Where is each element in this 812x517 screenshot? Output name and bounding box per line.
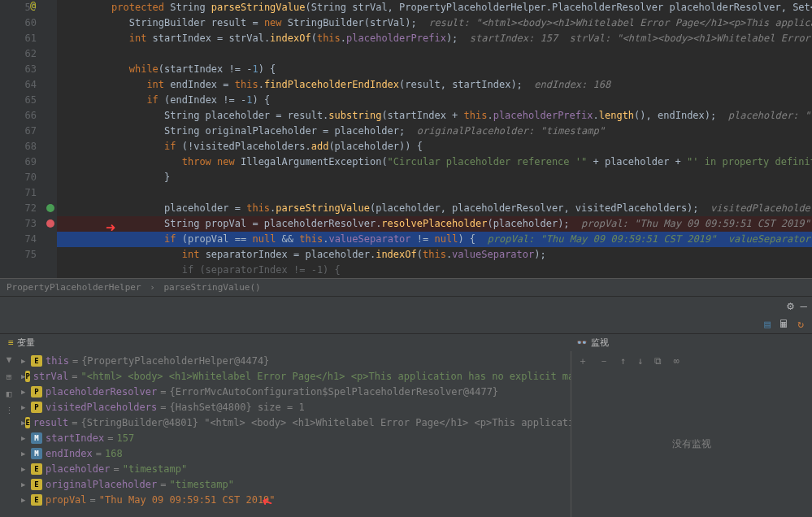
var-name: visitedPlaceholders [46, 402, 157, 413]
code-content[interactable]: protected String parseStringValue(String… [57, 0, 812, 278]
var-value: "timestamp" [170, 479, 234, 490]
variables-side-toolbar: ▼ ⊞ ◧ ⋮ [0, 351, 18, 517]
override-indicator: @ [30, 0, 36, 11]
var-type-icon: E [31, 494, 42, 506]
code-line[interactable] [57, 185, 812, 201]
expand-arrow-icon[interactable]: ▶ [21, 465, 31, 473]
expand-arrow-icon[interactable]: ▶ [21, 434, 31, 442]
code-line[interactable]: StringBuilder result = new StringBuilder… [57, 15, 812, 31]
var-value: 157 [116, 432, 134, 444]
variable-row[interactable]: ▶EoriginalPlaceholder="timestamp" [18, 476, 571, 492]
code-line[interactable]: } [57, 170, 812, 185]
run-indicator-icon[interactable] [46, 204, 54, 212]
debug-panel-header: ≡ 变量 👓 监视 [0, 333, 812, 351]
code-line[interactable]: String originalPlaceholder = placeholder… [57, 124, 812, 139]
var-type-icon: P [25, 371, 29, 382]
var-value: "Thu May 09 09:59:51 CST 2019" [99, 494, 276, 506]
code-line[interactable]: protected String parseStringValue(String… [57, 0, 812, 15]
var-value: {StringBuilder@4801} "<html> <body> <h1>… [80, 417, 571, 428]
code-line[interactable]: int separatorIndex = placeholder.indexOf… [57, 247, 812, 263]
chevron-right-icon: › [150, 282, 155, 293]
watch-empty-text: 没有监视 [571, 371, 812, 517]
expand-arrow-icon[interactable]: ▶ [21, 403, 31, 411]
variables-panel[interactable]: ➜ ▶Ethis={PropertyPlaceholderHelper@4474… [18, 351, 571, 517]
remove-icon[interactable]: － [599, 354, 609, 368]
expand-arrow-icon[interactable]: ▶ [21, 480, 31, 489]
var-name: endIndex [46, 448, 93, 459]
debug-body: ▼ ⊞ ◧ ⋮ ➜ ▶Ethis={PropertyPlaceholderHel… [0, 351, 812, 517]
up-icon[interactable]: ↑ [620, 355, 626, 367]
watch-toolbar: ＋ － ↑ ↓ ⧉ ∞ [571, 351, 812, 371]
variable-row[interactable]: ▶MstartIndex=157 [18, 430, 571, 445]
line-gutter: 5960616263646566676869707172737475 [0, 0, 45, 278]
code-line[interactable]: if (!visitedPlaceholders.add(placeholder… [57, 139, 812, 154]
var-value: "<html> <body> <h1>Whitelabel Error Page… [80, 371, 571, 382]
more-icon[interactable]: ⋮ [5, 406, 14, 416]
tab-watch[interactable]: 👓 监视 [568, 334, 617, 351]
var-type-icon: E [31, 463, 42, 475]
var-type-icon: P [31, 386, 42, 398]
filter-icon[interactable]: ▼ [7, 354, 12, 365]
code-line[interactable]: String propVal = placeholderResolver.res… [57, 216, 812, 232]
breadcrumb-method[interactable]: parseStringValue() [163, 282, 260, 293]
var-name: placeholder [46, 463, 110, 475]
variable-row[interactable]: ▶Ethis={PropertyPlaceholderHelper@4474} [18, 353, 571, 368]
code-line[interactable]: if (endIndex != -1) { [57, 93, 812, 108]
watch-panel[interactable]: ＋ － ↑ ↓ ⧉ ∞ 没有监视 [571, 351, 812, 517]
expand-arrow-icon[interactable]: ▶ [21, 496, 31, 504]
var-type-icon: E [31, 355, 42, 367]
down-icon[interactable]: ↓ [637, 355, 643, 367]
breadcrumb[interactable]: PropertyPlaceholderHelper › parseStringV… [0, 278, 812, 296]
var-type-icon: E [25, 417, 29, 428]
collapse-icon[interactable]: ◧ [7, 389, 12, 399]
minimize-icon[interactable]: — [801, 299, 807, 312]
expand-arrow-icon[interactable]: ▶ [21, 450, 31, 458]
code-line[interactable]: while(startIndex != -1) { [57, 62, 812, 77]
code-line[interactable]: if (separatorIndex != -1) { [57, 263, 812, 278]
var-name: originalPlaceholder [46, 479, 157, 490]
refresh-icon[interactable]: ↻ [797, 318, 804, 330]
var-value: "timestamp" [123, 463, 187, 475]
code-line[interactable]: throw new IllegalArgumentException("Circ… [57, 154, 812, 170]
var-name: placeholderResolver [46, 386, 157, 398]
code-line[interactable]: int startIndex = strVal.indexOf(this.pla… [57, 31, 812, 46]
variable-row[interactable]: ▶PplaceholderResolver={ErrorMvcAutoConfi… [18, 384, 571, 399]
code-line[interactable]: placeholder = this.parseStringValue(plac… [57, 201, 812, 216]
variable-row[interactable]: ▶PvisitedPlaceholders={HashSet@4800} siz… [18, 399, 571, 415]
expand-arrow-icon[interactable]: ▶ [21, 388, 31, 396]
variables-icon: ≡ [8, 337, 14, 348]
copy-icon[interactable]: ⧉ [654, 355, 662, 367]
glasses-icon: 👓 [576, 337, 588, 348]
code-line[interactable]: String placeholder = result.substring(st… [57, 108, 812, 124]
var-name: propVal [46, 494, 87, 506]
add-icon[interactable]: ＋ [578, 354, 588, 368]
layout-icon[interactable]: ▤ [764, 318, 771, 330]
gear-icon[interactable]: ⚙ [787, 299, 793, 312]
code-line[interactable] [57, 46, 812, 62]
code-line[interactable]: int endIndex = this.findPlaceholderEndIn… [57, 77, 812, 93]
breadcrumb-class[interactable]: PropertyPlaceholderHelper [7, 282, 141, 293]
panel-toolbar: ⚙ — [0, 296, 812, 314]
var-value: {ErrorMvcAutoConfiguration$SpelPlacehold… [170, 386, 499, 398]
code-line[interactable]: if (propVal == null && this.valueSeparat… [57, 232, 812, 247]
calculator-icon[interactable]: 🖩 [779, 318, 789, 330]
variable-row[interactable]: ▶MendIndex=168 [18, 445, 571, 461]
variable-row[interactable]: ▶PstrVal="<html> <body> <h1>Whitelabel E… [18, 368, 571, 384]
variable-row[interactable]: ▶Eplaceholder="timestamp" [18, 461, 571, 476]
variable-row[interactable]: ▶Eresult={StringBuilder@4801} "<html> <b… [18, 415, 571, 430]
debug-toolbar: ▤ 🖩 ↻ [0, 314, 812, 333]
var-name: strVal [33, 371, 68, 382]
breakpoint-icon[interactable] [46, 219, 54, 228]
code-editor[interactable]: @ 5960616263646566676869707172737475 pro… [0, 0, 812, 278]
variable-row[interactable]: ▶EpropVal="Thu May 09 09:59:51 CST 2019" [18, 492, 571, 507]
var-name: result [33, 417, 68, 428]
expand-icon[interactable]: ⊞ [7, 371, 12, 382]
var-type-icon: M [31, 432, 42, 444]
var-value: 168 [105, 448, 123, 459]
var-type-icon: M [31, 448, 42, 459]
tab-variables[interactable]: ≡ 变量 [0, 334, 43, 351]
expand-arrow-icon[interactable]: ▶ [21, 357, 31, 365]
var-name: this [46, 355, 69, 367]
link-icon[interactable]: ∞ [673, 355, 679, 367]
gutter-indicators [45, 0, 57, 278]
